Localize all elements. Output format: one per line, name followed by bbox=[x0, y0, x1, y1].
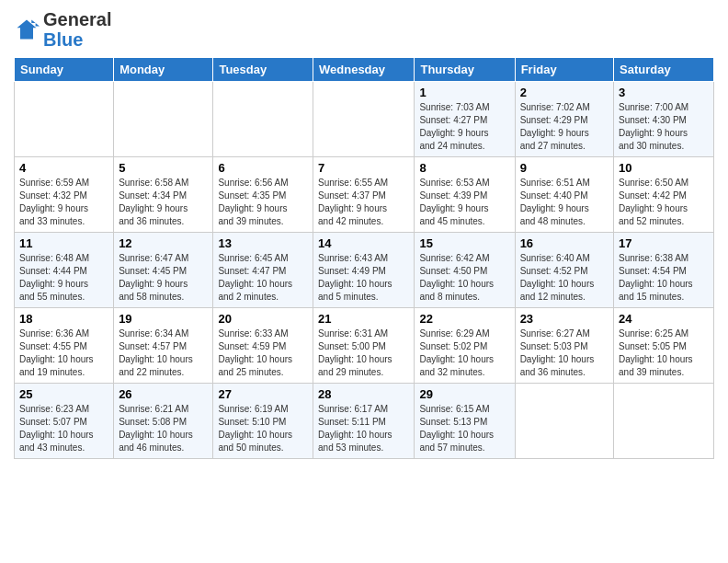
day-info: Sunrise: 6:27 AM Sunset: 5:03 PM Dayligh… bbox=[520, 327, 609, 379]
calendar-cell bbox=[15, 82, 114, 157]
weekday-header-thursday: Thursday bbox=[415, 58, 515, 82]
calendar-cell: 24Sunrise: 6:25 AM Sunset: 5:05 PM Dayli… bbox=[614, 308, 714, 384]
day-number: 14 bbox=[318, 236, 409, 250]
calendar-cell: 22Sunrise: 6:29 AM Sunset: 5:02 PM Dayli… bbox=[415, 308, 515, 384]
calendar-week-1: 1Sunrise: 7:03 AM Sunset: 4:27 PM Daylig… bbox=[15, 82, 714, 157]
day-number: 12 bbox=[119, 236, 208, 250]
weekday-header-wednesday: Wednesday bbox=[313, 58, 415, 82]
calendar-cell: 25Sunrise: 6:23 AM Sunset: 5:07 PM Dayli… bbox=[15, 384, 114, 459]
day-number: 16 bbox=[520, 236, 609, 250]
calendar-cell: 15Sunrise: 6:42 AM Sunset: 4:50 PM Dayli… bbox=[415, 233, 515, 308]
day-number: 3 bbox=[619, 86, 709, 99]
day-number: 2 bbox=[520, 86, 609, 99]
calendar-cell: 27Sunrise: 6:19 AM Sunset: 5:10 PM Dayli… bbox=[213, 384, 313, 459]
calendar-cell: 3Sunrise: 7:00 AM Sunset: 4:30 PM Daylig… bbox=[614, 82, 714, 157]
day-info: Sunrise: 6:29 AM Sunset: 5:02 PM Dayligh… bbox=[419, 327, 509, 379]
day-info: Sunrise: 7:03 AM Sunset: 4:27 PM Dayligh… bbox=[419, 101, 509, 153]
day-info: Sunrise: 6:38 AM Sunset: 4:54 PM Dayligh… bbox=[619, 252, 709, 304]
day-info: Sunrise: 7:00 AM Sunset: 4:30 PM Dayligh… bbox=[619, 101, 709, 153]
calendar-cell: 2Sunrise: 7:02 AM Sunset: 4:29 PM Daylig… bbox=[515, 82, 613, 157]
calendar-cell: 14Sunrise: 6:43 AM Sunset: 4:49 PM Dayli… bbox=[313, 233, 415, 308]
day-number: 22 bbox=[419, 312, 509, 326]
day-info: Sunrise: 6:40 AM Sunset: 4:52 PM Dayligh… bbox=[520, 252, 609, 304]
day-info: Sunrise: 6:59 AM Sunset: 4:32 PM Dayligh… bbox=[19, 177, 108, 228]
day-info: Sunrise: 6:51 AM Sunset: 4:40 PM Dayligh… bbox=[520, 177, 609, 228]
day-info: Sunrise: 6:36 AM Sunset: 4:55 PM Dayligh… bbox=[19, 327, 108, 379]
day-info: Sunrise: 6:45 AM Sunset: 4:47 PM Dayligh… bbox=[218, 252, 308, 304]
calendar-cell: 26Sunrise: 6:21 AM Sunset: 5:08 PM Dayli… bbox=[114, 384, 213, 459]
logo: General Blue bbox=[14, 9, 111, 50]
calendar-week-2: 4Sunrise: 6:59 AM Sunset: 4:32 PM Daylig… bbox=[15, 157, 714, 233]
day-number: 18 bbox=[19, 312, 108, 326]
calendar-cell: 20Sunrise: 6:33 AM Sunset: 4:59 PM Dayli… bbox=[213, 308, 313, 384]
day-info: Sunrise: 6:43 AM Sunset: 4:49 PM Dayligh… bbox=[318, 252, 409, 304]
day-info: Sunrise: 6:23 AM Sunset: 5:07 PM Dayligh… bbox=[19, 403, 108, 454]
day-info: Sunrise: 6:25 AM Sunset: 5:05 PM Dayligh… bbox=[619, 327, 709, 379]
calendar-cell: 18Sunrise: 6:36 AM Sunset: 4:55 PM Dayli… bbox=[15, 308, 114, 384]
calendar-week-3: 11Sunrise: 6:48 AM Sunset: 4:44 PM Dayli… bbox=[15, 233, 714, 308]
calendar-cell: 4Sunrise: 6:59 AM Sunset: 4:32 PM Daylig… bbox=[15, 157, 114, 233]
day-info: Sunrise: 6:47 AM Sunset: 4:45 PM Dayligh… bbox=[119, 252, 208, 304]
calendar-cell bbox=[614, 384, 714, 459]
day-number: 4 bbox=[19, 161, 108, 175]
day-number: 23 bbox=[520, 312, 609, 326]
calendar-cell: 17Sunrise: 6:38 AM Sunset: 4:54 PM Dayli… bbox=[614, 233, 714, 308]
weekday-header-monday: Monday bbox=[114, 58, 213, 82]
day-number: 24 bbox=[619, 312, 709, 326]
calendar-table: SundayMondayTuesdayWednesdayThursdayFrid… bbox=[14, 57, 714, 459]
calendar-week-5: 25Sunrise: 6:23 AM Sunset: 5:07 PM Dayli… bbox=[15, 384, 714, 459]
weekday-header-tuesday: Tuesday bbox=[213, 58, 313, 82]
day-info: Sunrise: 7:02 AM Sunset: 4:29 PM Dayligh… bbox=[520, 101, 609, 153]
day-number: 10 bbox=[619, 161, 709, 175]
day-info: Sunrise: 6:48 AM Sunset: 4:44 PM Dayligh… bbox=[19, 252, 108, 304]
day-info: Sunrise: 6:53 AM Sunset: 4:39 PM Dayligh… bbox=[419, 177, 509, 228]
day-number: 21 bbox=[318, 312, 409, 326]
day-number: 5 bbox=[119, 161, 208, 175]
calendar-cell: 9Sunrise: 6:51 AM Sunset: 4:40 PM Daylig… bbox=[515, 157, 613, 233]
weekday-header-saturday: Saturday bbox=[614, 58, 714, 82]
day-number: 19 bbox=[119, 312, 208, 326]
day-number: 13 bbox=[218, 236, 308, 250]
calendar-cell: 1Sunrise: 7:03 AM Sunset: 4:27 PM Daylig… bbox=[415, 82, 515, 157]
day-number: 1 bbox=[419, 86, 509, 99]
day-info: Sunrise: 6:31 AM Sunset: 5:00 PM Dayligh… bbox=[318, 327, 409, 379]
calendar-cell: 10Sunrise: 6:50 AM Sunset: 4:42 PM Dayli… bbox=[614, 157, 714, 233]
weekday-header-friday: Friday bbox=[515, 58, 613, 82]
day-info: Sunrise: 6:55 AM Sunset: 4:37 PM Dayligh… bbox=[318, 177, 409, 228]
day-info: Sunrise: 6:17 AM Sunset: 5:11 PM Dayligh… bbox=[318, 403, 409, 454]
day-number: 15 bbox=[419, 236, 509, 250]
calendar-cell bbox=[213, 82, 313, 157]
day-number: 6 bbox=[218, 161, 308, 175]
page: General Blue SundayMondayTuesdayWednesda… bbox=[0, 0, 728, 563]
day-number: 26 bbox=[119, 387, 208, 401]
calendar-cell bbox=[114, 82, 213, 157]
weekday-header-sunday: Sunday bbox=[15, 58, 114, 82]
calendar-cell: 28Sunrise: 6:17 AM Sunset: 5:11 PM Dayli… bbox=[313, 384, 415, 459]
calendar-cell: 19Sunrise: 6:34 AM Sunset: 4:57 PM Dayli… bbox=[114, 308, 213, 384]
day-info: Sunrise: 6:33 AM Sunset: 4:59 PM Dayligh… bbox=[218, 327, 308, 379]
day-number: 17 bbox=[619, 236, 709, 250]
day-info: Sunrise: 6:15 AM Sunset: 5:13 PM Dayligh… bbox=[419, 403, 509, 454]
day-info: Sunrise: 6:56 AM Sunset: 4:35 PM Dayligh… bbox=[218, 177, 308, 228]
calendar-week-4: 18Sunrise: 6:36 AM Sunset: 4:55 PM Dayli… bbox=[15, 308, 714, 384]
day-info: Sunrise: 6:34 AM Sunset: 4:57 PM Dayligh… bbox=[119, 327, 208, 379]
calendar-cell bbox=[515, 384, 613, 459]
calendar-cell: 5Sunrise: 6:58 AM Sunset: 4:34 PM Daylig… bbox=[114, 157, 213, 233]
day-info: Sunrise: 6:58 AM Sunset: 4:34 PM Dayligh… bbox=[119, 177, 208, 228]
day-info: Sunrise: 6:21 AM Sunset: 5:08 PM Dayligh… bbox=[119, 403, 208, 454]
calendar-cell: 21Sunrise: 6:31 AM Sunset: 5:00 PM Dayli… bbox=[313, 308, 415, 384]
day-number: 9 bbox=[520, 161, 609, 175]
day-number: 28 bbox=[318, 387, 409, 401]
day-info: Sunrise: 6:50 AM Sunset: 4:42 PM Dayligh… bbox=[619, 177, 709, 228]
calendar-cell: 16Sunrise: 6:40 AM Sunset: 4:52 PM Dayli… bbox=[515, 233, 613, 308]
calendar-cell: 12Sunrise: 6:47 AM Sunset: 4:45 PM Dayli… bbox=[114, 233, 213, 308]
day-number: 20 bbox=[218, 312, 308, 326]
day-number: 29 bbox=[419, 387, 509, 401]
header: General Blue bbox=[14, 9, 714, 50]
calendar-cell: 29Sunrise: 6:15 AM Sunset: 5:13 PM Dayli… bbox=[415, 384, 515, 459]
calendar-cell: 13Sunrise: 6:45 AM Sunset: 4:47 PM Dayli… bbox=[213, 233, 313, 308]
weekday-header-row: SundayMondayTuesdayWednesdayThursdayFrid… bbox=[15, 58, 714, 82]
day-number: 8 bbox=[419, 161, 509, 175]
day-info: Sunrise: 6:42 AM Sunset: 4:50 PM Dayligh… bbox=[419, 252, 509, 304]
day-number: 7 bbox=[318, 161, 409, 175]
